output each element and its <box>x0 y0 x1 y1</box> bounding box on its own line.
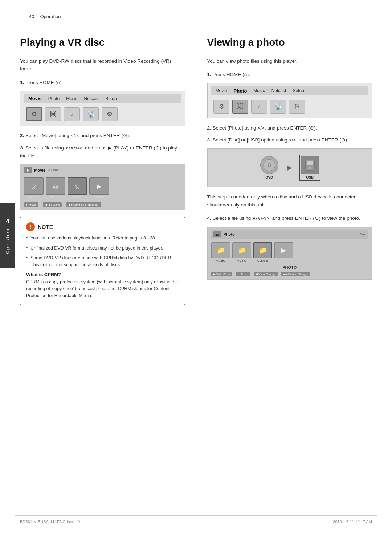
right-step3-text: Select [Disc] or [USB] option using </>,… <box>213 137 348 143</box>
left-step3-text: Select a file using ∧/∨/</>, and press ▶… <box>20 145 177 159</box>
nav-bar-right: Movie Photo Music Netcast Setup <box>211 86 368 95</box>
disc-usb-screenshot: DVD ▶ USB <box>207 148 372 187</box>
right-section-title: Viewing a photo <box>207 36 372 49</box>
movie-thumbnails: ◎ TITLE 1 ◎ TITLE 2 ◎ TITLE 3 <box>24 176 181 200</box>
footer-btn-jump: ◀ File Jump <box>43 202 62 207</box>
nav-bar-left: Movie Photo Music Netcast Setup <box>24 94 181 103</box>
disc-item: DVD <box>260 156 278 180</box>
right-step1-text: Press HOME (⌂). <box>213 72 250 77</box>
footer-btn-view: ◀ View Change <box>254 272 278 276</box>
photo-icon-header: 📷 <box>213 231 221 237</box>
nav-movie-r: Movie <box>216 88 227 93</box>
photo-icon-small: 🖼 <box>45 107 61 121</box>
folder-3: 📁 <box>253 242 272 258</box>
movie-subtitle: VR disc <box>48 168 59 172</box>
svg-point-2 <box>269 164 270 166</box>
cprm-text: CPRM is a copy protection system (with s… <box>26 279 179 300</box>
side-tab-number: 4 <box>6 218 9 225</box>
footer-btn-menu: ☐ Menu <box>236 272 250 276</box>
icon-row-left: ⚙ 🖼 ♪ 📡 ⚙ <box>24 106 181 123</box>
left-step3: 3. Select a file using ∧/∨/</>, and pres… <box>20 144 185 160</box>
nav-photo-r: Photo <box>234 88 247 94</box>
usb-item: USB <box>301 156 319 180</box>
page-number: 40 <box>29 14 34 19</box>
page-border-top <box>15 11 377 11</box>
photo-footer: ▶ Slide Show ☐ Menu ◀ View Change ◀◀ Dev… <box>211 272 368 276</box>
icon-row-right: ⚙ 🖼 ♪ 📡 ⚙ <box>211 98 368 115</box>
usb-shape <box>301 156 319 174</box>
side-tab: 4 Operation <box>0 203 15 268</box>
right-step4-text: Select a file using ∧/∨/</>, and press E… <box>213 215 360 221</box>
movie-footer: ▶ Movie ◀ File Jump ◀◀ Centre de télécha… <box>24 202 181 207</box>
note-list: You can use various playback functions. … <box>26 235 179 269</box>
thumb-label-3: TITLE 3 <box>72 196 82 199</box>
thumb-3: ◎ <box>68 177 87 195</box>
netcast-icon-small: 📡 <box>83 107 99 121</box>
setup-icon-r: ⚙ <box>289 100 305 114</box>
side-tab-label: Operation <box>5 228 10 254</box>
step3-note: This step is needed only when a disc and… <box>207 193 372 209</box>
photo-info: Disc <box>360 233 366 236</box>
nav-setup-r: Setup <box>293 88 304 93</box>
nav-setup: Setup <box>105 96 117 101</box>
folder-1: 📁 <box>211 242 230 258</box>
folder-label-1: MUSIC <box>216 259 225 262</box>
photo-file-header: 📷 Photo Disc <box>211 230 368 239</box>
movie-browser-header: ▶ Movie VR disc <box>24 167 181 173</box>
nav-netcast-r: Netcast <box>271 88 286 93</box>
thumb-1: ◎ <box>24 177 44 195</box>
photo-folder-row: 📁 MUSIC 📁 MUSIC 📁 Cositing ▶ <box>211 241 368 264</box>
right-step1: 1. Press HOME (⌂). <box>207 71 372 79</box>
svg-rect-4 <box>307 161 313 165</box>
note-item-1: You can use various playback functions. … <box>26 235 179 242</box>
right-column: Viewing a photo You can view photo files… <box>196 22 372 512</box>
photo-bottom-label: PHOTO <box>211 265 368 270</box>
footer-left: BD561-N-BUSALLK-ENG.indd 40 <box>20 519 80 524</box>
music-icon-small: ♪ <box>64 107 80 121</box>
right-intro: You can view photo files using this play… <box>207 57 372 65</box>
header-title: Operation <box>40 14 61 19</box>
footer-btn-movie: ▶ Movie <box>24 202 38 207</box>
footer-btn-slideshow: ▶ Slide Show <box>211 272 232 276</box>
thumb-label-1: TITLE 1 <box>29 196 39 199</box>
movie-browser-screenshot: ▶ Movie VR disc ◎ TITLE 1 ◎ TITLE 2 <box>20 164 185 210</box>
note-icon: ! <box>26 222 35 231</box>
note-header: ! NOTE <box>26 222 179 231</box>
usb-label: USB <box>306 176 314 180</box>
disc-circle <box>260 156 278 174</box>
movie-icon: ⚙ <box>26 107 42 121</box>
movie-icon-r: ⚙ <box>213 100 229 114</box>
folder-2: 📁 <box>232 242 251 258</box>
cprm-heading: What is CPRM? <box>26 272 179 277</box>
left-step1: 1. Press HOME (⌂). <box>20 79 185 87</box>
left-step2-text: Select [Movie] using </>, and press ENTE… <box>25 133 130 138</box>
thumb-arrow: ▶ <box>89 177 109 195</box>
thumb-label-4: TITLE 4 <box>94 196 104 199</box>
disc-usb-row: DVD ▶ USB <box>260 152 319 183</box>
photo-icon-r: 🖼 <box>232 100 248 114</box>
folder-arrow: ▶ <box>274 242 293 258</box>
disc-label: DVD <box>265 176 273 180</box>
footer-btn-centre: ◀◀ Centre de téléchar... <box>66 202 101 207</box>
note-box: ! NOTE You can use various playback func… <box>20 217 185 305</box>
right-step3: 3. Select [Disc] or [USB] option using <… <box>207 136 372 144</box>
thumb-2: ◎ <box>46 177 65 195</box>
left-step1-text: Press HOME (⌂). <box>25 80 63 85</box>
photo-title-label: Photo <box>224 232 235 237</box>
left-step2: 2. Select [Movie] using </>, and press E… <box>20 132 185 140</box>
left-column: Playing a VR disc You can play DVD-RW di… <box>20 22 196 512</box>
folder-item-2: 📁 MUSIC <box>232 242 251 262</box>
left-intro: You can play DVD-RW discs that is record… <box>20 57 185 73</box>
nav-movie: Movie <box>28 96 42 101</box>
nav-music-r: Music <box>253 88 265 93</box>
home-menu-screenshot-left: Movie Photo Music Netcast Setup ⚙ 🖼 ♪ 📡 … <box>20 91 185 126</box>
page-border-bottom <box>15 515 377 516</box>
folder-item-1: 📁 MUSIC <box>211 242 230 262</box>
folder-item-arrow: ▶ <box>274 242 293 262</box>
thumb-label-2: TITLE 2 <box>50 196 61 199</box>
right-step2-text: Select [Photo] using </>, and press ENTE… <box>213 125 317 131</box>
note-item-3: Some DVD-VR discs are made with CPRM dat… <box>26 255 179 269</box>
movie-icon-header: ▶ <box>24 167 32 173</box>
nav-netcast: Netcast <box>84 96 99 101</box>
right-step2: 2. Select [Photo] using </>, and press E… <box>207 124 372 132</box>
